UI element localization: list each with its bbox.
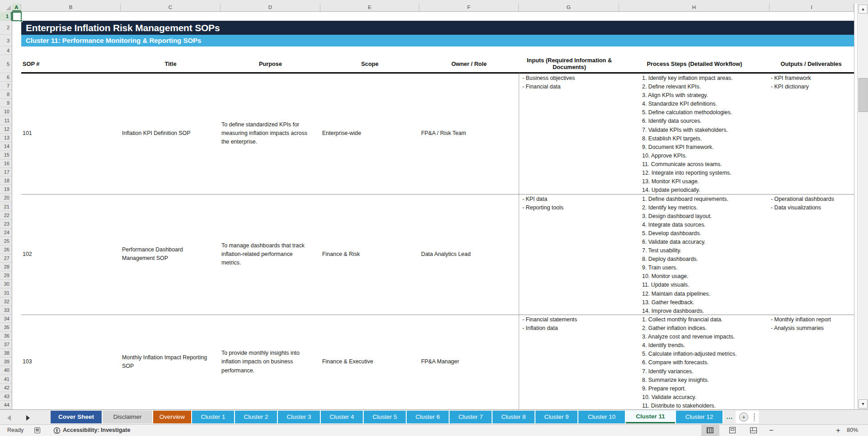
new-sheet-button[interactable]: + (739, 413, 748, 422)
column-header-f[interactable]: F (419, 4, 519, 11)
vertical-scrollbar[interactable]: ▲ ▼ (857, 4, 868, 409)
zoom-level[interactable]: 80% (847, 425, 858, 436)
column-header-h[interactable]: H (619, 4, 769, 11)
tab-cover-sheet[interactable]: Cover Sheet (51, 411, 102, 423)
cell-scope-101[interactable]: Enterprise-wide (322, 73, 413, 194)
cell-title-103[interactable]: Monthly Inflation Impact Reporting SOP (122, 315, 208, 409)
row-header-26[interactable]: 26 (0, 246, 12, 254)
tab-cluster-3[interactable]: Cluster 3 (278, 411, 320, 423)
cell-owner-103[interactable]: FP&A Manager (421, 315, 511, 409)
row-header-33[interactable]: 33 (0, 306, 12, 315)
cell-purpose-103[interactable]: To provide monthly insights into inflati… (221, 315, 312, 409)
tab-cluster-11[interactable]: Cluster 11 (626, 411, 675, 423)
cell-owner-101[interactable]: FP&A / Risk Team (421, 73, 511, 194)
row-header-41[interactable]: 41 (0, 375, 12, 384)
page-layout-view-icon[interactable] (729, 427, 736, 436)
column-header-b[interactable]: B (21, 4, 121, 11)
list-outputs-102[interactable]: - Operational dashboards- Data visualiza… (771, 195, 853, 315)
list-outputs-101[interactable]: - KPI framework- KPI dictionary (771, 74, 853, 194)
row-header-44[interactable]: 44 (0, 401, 12, 409)
row-header-34[interactable]: 34 (0, 315, 12, 323)
cell-scope-102[interactable]: Finance & Risk (322, 194, 413, 315)
row-header-24[interactable]: 24 (0, 228, 12, 237)
normal-view-icon[interactable] (707, 427, 713, 436)
row-header-31[interactable]: 31 (0, 289, 12, 297)
vertical-scroll-thumb[interactable] (859, 78, 868, 112)
row-header-29[interactable]: 29 (0, 271, 12, 280)
row-header-16[interactable]: 16 (0, 159, 12, 168)
row-header-gutter[interactable]: 1234567891011121314151617181920212223242… (0, 12, 12, 409)
row-header-3[interactable]: 3 (0, 35, 12, 46)
row-header-36[interactable]: 36 (0, 332, 12, 340)
row-header-2[interactable]: 2 (0, 21, 12, 35)
list-inputs-102[interactable]: - KPI data- Reporting tools (522, 195, 626, 315)
row-header-17[interactable]: 17 (0, 168, 12, 176)
list-inputs-103[interactable]: - Financial statements- Inflation data (522, 315, 626, 409)
cell-title-101[interactable]: Inflation KPI Definition SOP (122, 73, 208, 194)
row-header-22[interactable]: 22 (0, 211, 12, 220)
row-header-5[interactable]: 5 (0, 55, 12, 73)
tab-cluster-7[interactable]: Cluster 7 (450, 411, 492, 423)
zoom-out-button[interactable]: − (769, 425, 774, 436)
row-header-10[interactable]: 10 (0, 107, 12, 116)
row-header-6[interactable]: 6 (0, 73, 12, 82)
row-header-38[interactable]: 38 (0, 349, 12, 357)
tab-disclaimer[interactable]: Disclaimer (103, 411, 152, 423)
list-steps-101[interactable]: 1. Identify key inflation impact areas.2… (642, 74, 765, 194)
column-header-i[interactable]: I (769, 4, 854, 11)
row-header-39[interactable]: 39 (0, 357, 12, 366)
cell-scope-103[interactable]: Finance & Executive (322, 315, 413, 409)
tab-nav-left-icon[interactable] (7, 415, 11, 421)
row-header-42[interactable]: 42 (0, 384, 12, 392)
fill-handle[interactable] (20, 19, 23, 22)
list-steps-102[interactable]: 1. Define dashboard requirements.2. Iden… (642, 195, 765, 315)
row-header-30[interactable]: 30 (0, 280, 12, 288)
row-header-4[interactable]: 4 (0, 46, 12, 55)
macro-record-icon[interactable] (34, 427, 40, 436)
tab-overview[interactable]: Overview (153, 411, 191, 423)
row-header-20[interactable]: 20 (0, 194, 12, 202)
more-sheets-indicator[interactable]: … (723, 411, 736, 423)
cell-owner-102[interactable]: Data Analytics Lead (421, 194, 511, 315)
row-header-7[interactable]: 7 (0, 82, 12, 90)
list-outputs-103[interactable]: - Monthly inflation report- Analysis sum… (771, 315, 853, 409)
tab-cluster-12[interactable]: Cluster 12 (676, 411, 723, 423)
tab-cluster-2[interactable]: Cluster 2 (235, 411, 277, 423)
row-header-12[interactable]: 12 (0, 125, 12, 134)
tab-cluster-4[interactable]: Cluster 4 (321, 411, 363, 423)
accessibility-status[interactable]: Accessibility: Investigate (63, 425, 130, 436)
tab-cluster-1[interactable]: Cluster 1 (192, 411, 234, 423)
list-steps-103[interactable]: 1. Collect monthly financial data.2. Gat… (642, 315, 765, 409)
row-header-32[interactable]: 32 (0, 297, 12, 306)
row-header-21[interactable]: 21 (0, 203, 12, 211)
row-header-19[interactable]: 19 (0, 185, 12, 194)
list-inputs-101[interactable]: - Business objectives- Financial data (522, 74, 626, 194)
cluster-banner[interactable]: Cluster 11: Performance Monitoring & Rep… (21, 35, 854, 46)
cell-purpose-102[interactable]: To manage dashboards that track inflatio… (221, 194, 312, 315)
row-header-14[interactable]: 14 (0, 142, 12, 151)
workbook-title-banner[interactable]: Enterprise Inflation Risk Management SOP… (21, 21, 854, 35)
column-header-a[interactable]: A (12, 4, 21, 11)
tab-cluster-8[interactable]: Cluster 8 (493, 411, 535, 423)
tab-cluster-6[interactable]: Cluster 6 (407, 411, 449, 423)
cell-title-102[interactable]: Performance Dashboard Management SOP (122, 194, 208, 315)
row-header-35[interactable]: 35 (0, 323, 12, 332)
row-header-40[interactable]: 40 (0, 366, 12, 375)
row-header-23[interactable]: 23 (0, 220, 12, 228)
tab-cluster-5[interactable]: Cluster 5 (364, 411, 406, 423)
cell-purpose-101[interactable]: To define standardized KPIs for measurin… (221, 73, 312, 194)
select-all-corner[interactable] (0, 4, 12, 12)
tab-cluster-9[interactable]: Cluster 9 (535, 411, 577, 423)
scroll-up-button[interactable]: ▲ (859, 5, 868, 14)
page-break-view-icon[interactable] (750, 427, 757, 436)
column-header-c[interactable]: C (121, 4, 221, 11)
tab-cluster-10[interactable]: Cluster 10 (578, 411, 625, 423)
column-header-e[interactable]: E (320, 4, 419, 11)
tab-nav-right-icon[interactable] (26, 415, 30, 421)
column-header-g[interactable]: G (519, 4, 619, 11)
row-header-11[interactable]: 11 (0, 116, 12, 125)
row-header-27[interactable]: 27 (0, 254, 12, 263)
row-header-28[interactable]: 28 (0, 263, 12, 271)
row-header-9[interactable]: 9 (0, 99, 12, 107)
row-header-18[interactable]: 18 (0, 176, 12, 185)
